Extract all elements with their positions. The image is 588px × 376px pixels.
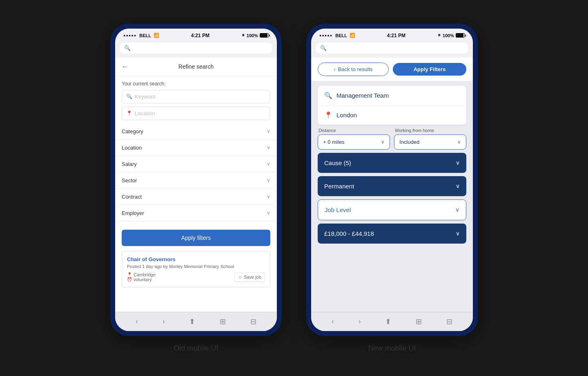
job-level-filter-accordion[interactable]: Job Level ∨ (318, 199, 466, 220)
old-signal: ●●●●● BELL 📶 (123, 33, 159, 38)
new-browser-tabs-btn[interactable]: ⊟ (446, 317, 452, 326)
filter-contract[interactable]: Contract ∨ (115, 189, 277, 205)
new-battery-percent: 100% (443, 33, 454, 38)
back-chevron-icon: ‹ (334, 66, 335, 72)
location-input[interactable]: 📍 Location (122, 107, 270, 120)
browser-back-btn[interactable]: ‹ (136, 317, 138, 326)
new-header: ‹ Back to results Apply Filters (311, 58, 473, 81)
job-card: Chair of Governors Posted 1 day ago by M… (122, 251, 270, 287)
job-title: Chair of Governors (127, 256, 265, 262)
back-to-results-button[interactable]: ‹ Back to results (318, 63, 389, 76)
new-browser-share-btn[interactable]: ⬆ (385, 317, 391, 326)
job-posted: Posted 1 day ago by Morley Memorial Prim… (127, 264, 265, 269)
new-carrier-name: BELL (335, 33, 347, 38)
signal-dots: ●●●●● (123, 34, 136, 38)
keyword-search-icon: 🔍 (126, 94, 132, 99)
old-battery: ✴ 100% (241, 33, 269, 38)
old-time: 4:21 PM (191, 33, 209, 38)
working-from-home-value: Included (399, 139, 419, 145)
save-job-button[interactable]: ☆ Save job (234, 273, 265, 282)
browser-share-btn[interactable]: ⬆ (189, 317, 195, 326)
old-ui-label: Old mobile UI (174, 344, 218, 353)
job-meta: 📍 Cambridge ⏰ voluntary ☆ Save j (127, 272, 265, 282)
sector-chevron-icon: ∨ (267, 177, 270, 183)
working-from-home-dropdown[interactable]: Included ∨ (394, 134, 466, 150)
distance-chevron-icon: ∨ (381, 139, 385, 145)
new-ui-label: New mobile UI (368, 344, 416, 353)
job-location-type: 📍 Cambridge ⏰ voluntary (127, 272, 156, 282)
job-type: ⏰ voluntary (127, 277, 156, 282)
permanent-chevron-icon: ∨ (456, 183, 460, 189)
salary-filter-accordion[interactable]: £18,000 - £44,918 ∨ (318, 224, 466, 244)
location-chevron-icon: ∨ (267, 145, 270, 150)
new-browser-bar: ‹ › ⬆ ⊞ ⊟ (311, 312, 473, 331)
old-content: ← Refine search Your current search: 🔍 K… (115, 58, 277, 312)
permanent-label: Permanent (324, 183, 354, 190)
apply-filters-button[interactable]: Apply Filters (393, 63, 466, 76)
keyword-placeholder: Keyword (135, 94, 156, 100)
keyword-input[interactable]: 🔍 Keyword (122, 90, 270, 103)
job-location-text: Cambridge (134, 272, 156, 277)
cause-chevron-icon: ∨ (456, 159, 460, 166)
employer-chevron-icon: ∨ (267, 210, 270, 216)
new-battery: ✴ 100% (437, 33, 465, 38)
salary-label: Salary (122, 161, 137, 167)
location-pin-icon: 📍 (126, 110, 132, 116)
location-value: London (336, 112, 357, 119)
browser-tabs-btn[interactable]: ⊟ (250, 317, 256, 326)
new-search-bar[interactable]: 🔍 (316, 43, 468, 54)
management-team-input[interactable]: 🔍 Management Team (318, 86, 466, 105)
new-battery-fill (456, 34, 463, 37)
new-time: 4:21 PM (387, 33, 405, 38)
new-phone-screen: ●●●●● BELL 📶 4:21 PM ✴ 100% (311, 29, 473, 331)
job-level-label: Job Level (325, 206, 351, 213)
filter-location[interactable]: Location ∨ (115, 140, 277, 156)
old-apply-button[interactable]: Apply filters (122, 230, 270, 246)
new-search-bar-container: 🔍 (311, 41, 473, 58)
job-level-chevron-icon: ∨ (455, 206, 459, 213)
page-wrapper: ●●●●● BELL 📶 4:21 PM ✴ 100% (0, 7, 588, 369)
old-browser-bar: ‹ › ⬆ ⊞ ⊟ (115, 312, 277, 331)
new-browser-bookmarks-btn[interactable]: ⊞ (416, 317, 422, 326)
new-browser-forward-btn[interactable]: › (359, 317, 361, 326)
new-keyword-icon: 🔍 (324, 92, 332, 99)
filter-category[interactable]: Category ∨ (115, 123, 277, 140)
old-status-bar: ●●●●● BELL 📶 4:21 PM ✴ 100% (115, 29, 277, 41)
distance-label: Distance (318, 128, 390, 133)
new-battery-icon (456, 33, 465, 38)
refine-title: Refine search (178, 63, 214, 70)
old-phone-frame: ●●●●● BELL 📶 4:21 PM ✴ 100% (110, 24, 282, 336)
wfh-chevron-icon: ∨ (457, 139, 461, 145)
cause-filter-accordion[interactable]: Cause (5) ∨ (318, 153, 466, 173)
london-input[interactable]: 📍 London (318, 105, 466, 125)
wifi-icon: 📶 (154, 33, 159, 38)
salary-range-value: £18,000 - £44,918 (324, 230, 374, 237)
browser-bookmarks-btn[interactable]: ⊞ (220, 317, 226, 326)
distance-value: + 0 miles (323, 139, 344, 145)
filter-sector[interactable]: Sector ∨ (115, 172, 277, 189)
job-location: 📍 Cambridge (127, 272, 156, 277)
keyword-value: Management Team (336, 92, 389, 99)
current-search-label: Your current search: (115, 76, 277, 90)
filter-employer[interactable]: Employer ∨ (115, 205, 277, 222)
job-type-text: voluntary (134, 277, 152, 282)
old-search-bar[interactable]: 🔍 (120, 43, 272, 54)
filter-salary[interactable]: Salary ∨ (115, 156, 277, 172)
contract-chevron-icon: ∨ (267, 194, 270, 199)
distance-group: Distance + 0 miles ∨ (318, 128, 390, 150)
new-phone-frame: ●●●●● BELL 📶 4:21 PM ✴ 100% (306, 24, 478, 336)
battery-percent: 100% (247, 33, 258, 38)
new-status-bar: ●●●●● BELL 📶 4:21 PM ✴ 100% (311, 29, 473, 41)
carrier-name: BELL (139, 33, 151, 38)
old-search-bar-container: 🔍 (115, 41, 277, 58)
back-arrow-icon[interactable]: ← (122, 63, 128, 70)
contract-label: Contract (122, 194, 142, 200)
browser-forward-btn[interactable]: › (163, 317, 165, 326)
permanent-filter-accordion[interactable]: Permanent ∨ (318, 176, 466, 196)
salary-chevron-icon: ∨ (267, 161, 270, 167)
distance-dropdown[interactable]: + 0 miles ∨ (318, 134, 390, 150)
new-browser-back-btn[interactable]: ‹ (332, 317, 334, 326)
category-label: Category (122, 128, 143, 134)
battery-fill (260, 34, 267, 37)
location-placeholder: Location (135, 110, 155, 116)
